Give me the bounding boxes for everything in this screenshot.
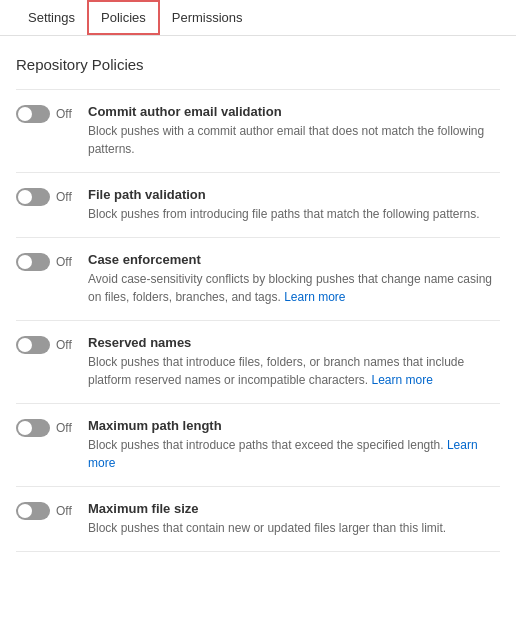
policy-list: Off Commit author email validation Block…: [16, 89, 500, 552]
tab-policies[interactable]: Policies: [87, 0, 160, 35]
toggle-maximum-path-length[interactable]: [16, 419, 50, 437]
toggle-label: Off: [56, 338, 72, 352]
toggle-reserved-names[interactable]: [16, 336, 50, 354]
toggle-group: Off: [16, 253, 88, 271]
toggle-label: Off: [56, 190, 72, 204]
toggle-label: Off: [56, 504, 72, 518]
tab-permissions[interactable]: Permissions: [160, 0, 255, 35]
policy-desc: Block pushes from introducing file paths…: [88, 205, 500, 223]
learn-more-link-reserved[interactable]: Learn more: [371, 373, 432, 387]
policy-desc: Block pushes that introduce paths that e…: [88, 436, 500, 472]
toggle-group: Off: [16, 188, 88, 206]
policy-info: Commit author email validation Block pus…: [88, 104, 500, 158]
learn-more-link-path[interactable]: Learn more: [88, 438, 478, 470]
policy-name: Maximum path length: [88, 418, 500, 433]
toggle-case-enforcement[interactable]: [16, 253, 50, 271]
toggle-label: Off: [56, 107, 72, 121]
policy-row-maximum-path-length: Off Maximum path length Block pushes tha…: [16, 404, 500, 487]
toggle-group: Off: [16, 336, 88, 354]
policy-name: File path validation: [88, 187, 500, 202]
policy-desc: Block pushes with a commit author email …: [88, 122, 500, 158]
page-content: Repository Policies Off Commit author em…: [0, 36, 516, 568]
section-title: Repository Policies: [16, 56, 500, 73]
policy-desc: Block pushes that contain new or updated…: [88, 519, 500, 537]
toggle-label: Off: [56, 421, 72, 435]
policy-name: Reserved names: [88, 335, 500, 350]
policy-row-maximum-file-size: Off Maximum file size Block pushes that …: [16, 487, 500, 552]
policy-name: Case enforcement: [88, 252, 500, 267]
toggle-maximum-file-size[interactable]: [16, 502, 50, 520]
toggle-label: Off: [56, 255, 72, 269]
policy-info: Reserved names Block pushes that introdu…: [88, 335, 500, 389]
toggle-file-path-validation[interactable]: [16, 188, 50, 206]
policy-info: Maximum file size Block pushes that cont…: [88, 501, 500, 537]
toggle-group: Off: [16, 419, 88, 437]
policy-row-file-path-validation: Off File path validation Block pushes fr…: [16, 173, 500, 238]
policy-info: Maximum path length Block pushes that in…: [88, 418, 500, 472]
policy-name: Commit author email validation: [88, 104, 500, 119]
policy-info: Case enforcement Avoid case-sensitivity …: [88, 252, 500, 306]
policy-row-reserved-names: Off Reserved names Block pushes that int…: [16, 321, 500, 404]
policy-desc: Avoid case-sensitivity conflicts by bloc…: [88, 270, 500, 306]
learn-more-link-case[interactable]: Learn more: [284, 290, 345, 304]
toggle-group: Off: [16, 105, 88, 123]
policy-row-commit-author-email: Off Commit author email validation Block…: [16, 90, 500, 173]
policy-row-case-enforcement: Off Case enforcement Avoid case-sensitiv…: [16, 238, 500, 321]
policy-name: Maximum file size: [88, 501, 500, 516]
tab-bar: Settings Policies Permissions: [0, 0, 516, 36]
policy-desc: Block pushes that introduce files, folde…: [88, 353, 500, 389]
toggle-group: Off: [16, 502, 88, 520]
toggle-commit-author-email[interactable]: [16, 105, 50, 123]
tab-settings[interactable]: Settings: [16, 0, 87, 35]
policy-info: File path validation Block pushes from i…: [88, 187, 500, 223]
